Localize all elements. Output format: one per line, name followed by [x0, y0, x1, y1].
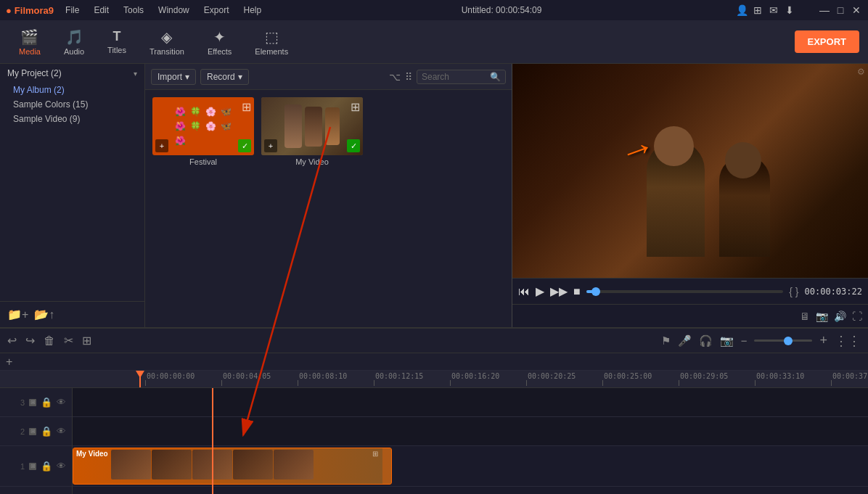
effects-label: Effects [208, 47, 232, 56]
sidebar: My Project (2) ▾ My Album (2) Sample Col… [0, 64, 145, 327]
toolbar-titles[interactable]: T Titles [97, 26, 136, 57]
stop-button[interactable]: ■ [573, 285, 581, 298]
mic-icon[interactable]: 🎤 [678, 334, 692, 347]
track-grid-1[interactable]: ⊞ [29, 463, 36, 470]
fast-forward-button[interactable]: ▶▶ [550, 284, 568, 298]
toolbar-audio[interactable]: 🎵 Audio [54, 25, 94, 59]
flag-icon[interactable]: ⚑ [661, 334, 671, 347]
preview-panel: → ⚙ ⏮ ▶ ▶▶ ■ { } 00:00:03:22 🖥 📷 🔊 ⛶ [512, 64, 868, 327]
transition-icon: ◈ [161, 28, 172, 46]
track-eye-2[interactable]: 👁 [57, 426, 66, 437]
track-grid-2[interactable]: ⊞ [29, 428, 36, 435]
ruler-time-0: 00:00:00:00 [145, 372, 195, 380]
video-add-icon[interactable]: + [264, 139, 277, 152]
adjust-button[interactable]: ⊞ [82, 334, 91, 347]
titlebar-left: ● Filmora9 File Edit Tools Window Export… [6, 4, 267, 17]
minimize-button[interactable]: — [819, 4, 830, 16]
record-chevron-icon: ▾ [238, 72, 242, 82]
ruler-time-5: 00:00:20:25 [526, 372, 576, 380]
media-toolbar: Import ▾ Record ▾ ⌥ ⠿ 🔍 [145, 64, 512, 90]
search-icon[interactable]: 🔍 [490, 72, 501, 82]
sidebar-item-colors[interactable]: Sample Colors (15) [0, 97, 144, 112]
media-icon: 🎬 [20, 28, 38, 46]
sidebar-item-video[interactable]: Sample Video (9) [0, 112, 144, 126]
track-content: My Video ⊞ [73, 388, 868, 494]
grid-icon[interactable]: ⊞ [752, 4, 763, 16]
festival-add-icon[interactable]: + [155, 139, 168, 152]
cut-button[interactable]: ✂ [64, 334, 73, 347]
toolbar-effects[interactable]: ✦ Effects [197, 25, 242, 59]
project-header[interactable]: My Project (2) ▾ [0, 64, 144, 83]
progress-bar[interactable] [586, 290, 784, 293]
volume-icon[interactable]: 🔊 [834, 310, 846, 322]
braces-icon[interactable]: { } [789, 286, 798, 297]
add-track-button[interactable]: + [6, 355, 12, 369]
zoom-slider[interactable] [754, 339, 812, 342]
media-item-myvideo[interactable]: ⊞ ✓ + My Video [261, 97, 363, 166]
toolbar-transition[interactable]: ◈ Transition [139, 25, 195, 59]
track-lock-2[interactable]: 🔒 [41, 426, 52, 437]
track-lock-3[interactable]: 🔒 [41, 397, 52, 408]
timeline-toolbar: ↩ ↪ 🗑 ✂ ⊞ ⚑ 🎤 🎧 📷 − + ⋮⋮ [0, 329, 868, 353]
app-logo: ● Filmora9 [6, 5, 54, 16]
menu-tools[interactable]: Tools [118, 4, 150, 17]
import-button[interactable]: Import ▾ [151, 69, 196, 85]
track-num-1: 1 [20, 462, 25, 471]
ruler-tick-4: 00:00:16:20 [450, 372, 526, 386]
video-clip[interactable]: My Video ⊞ [73, 448, 392, 485]
new-folder-button[interactable]: 📁+ [7, 308, 28, 321]
video-name: My Video [261, 157, 363, 166]
grid-view-icon[interactable]: ⠿ [405, 71, 412, 83]
record-button[interactable]: Record ▾ [200, 69, 249, 85]
import-folder-button[interactable]: 📂↑ [34, 308, 54, 321]
search-input[interactable] [422, 72, 487, 82]
menu-edit[interactable]: Edit [88, 4, 115, 17]
monitor-icon[interactable]: 🖥 [800, 310, 810, 322]
menu-help[interactable]: Help [237, 4, 267, 17]
preview-video-content: → ⚙ [512, 64, 868, 278]
timeline-more-button[interactable]: ⋮⋮ [835, 333, 861, 349]
maximize-button[interactable]: □ [835, 4, 846, 16]
track-eye-3[interactable]: 👁 [57, 397, 66, 408]
sidebar-item-album[interactable]: My Album (2) [0, 83, 144, 97]
elements-icon: ⬚ [265, 28, 279, 46]
delete-button[interactable]: 🗑 [44, 334, 55, 347]
progress-thumb [591, 287, 600, 296]
user-icon[interactable]: 👤 [736, 4, 748, 16]
track-row-2 [73, 417, 868, 446]
ruler-time-9: 00:00:37:16 [831, 372, 868, 380]
menu-file[interactable]: File [60, 4, 85, 17]
export-button[interactable]: EXPORT [795, 30, 859, 53]
fullscreen-icon[interactable]: ⛶ [852, 310, 862, 322]
titlebar-controls: 👤 ⊞ ✉ ⬇ — □ ✕ [736, 4, 862, 16]
close-button[interactable]: ✕ [851, 4, 862, 16]
download-icon[interactable]: ⬇ [784, 4, 795, 16]
ruler-time-6: 00:00:25:00 [602, 372, 652, 380]
filter-icon[interactable]: ⌥ [389, 71, 401, 83]
redo-button[interactable]: ↪ [25, 334, 35, 347]
headphones-icon[interactable]: 🎧 [699, 334, 713, 347]
media-item-festival[interactable]: 🌺🍀🌸 🦋🌺🍀 🌸🦋🌺 ⊞ ✓ + Festival [152, 97, 254, 166]
ruler-tick-1: 00:00:04:05 [221, 372, 298, 386]
camera-icon[interactable]: 📷 [816, 310, 828, 322]
toolbar-elements[interactable]: ⬚ Elements [245, 25, 298, 59]
playhead[interactable] [139, 371, 141, 387]
mail-icon[interactable]: ✉ [768, 4, 779, 16]
snapshot-icon[interactable]: 📷 [720, 334, 734, 347]
track-lock-1[interactable]: 🔒 [41, 461, 52, 472]
menu-export[interactable]: Export [198, 4, 235, 17]
zoom-in-button[interactable]: + [819, 333, 827, 348]
track-eye-1[interactable]: 👁 [57, 461, 66, 472]
sidebar-footer: 📁+ 📂↑ [0, 301, 144, 327]
clip-trim-handle[interactable] [382, 448, 391, 484]
undo-button[interactable]: ↩ [7, 334, 17, 347]
clip-thumb-1 [111, 450, 151, 479]
play-button[interactable]: ▶ [536, 284, 544, 298]
zoom-out-icon[interactable]: − [741, 334, 748, 347]
toolbar-media[interactable]: 🎬 Media [9, 25, 51, 59]
festival-check: ✓ [238, 139, 251, 152]
ruler-tick-9: 00:00:37:16 [831, 372, 868, 386]
prev-frame-button[interactable]: ⏮ [518, 285, 530, 298]
menu-window[interactable]: Window [152, 4, 195, 17]
track-grid-3[interactable]: ⊞ [29, 399, 36, 406]
